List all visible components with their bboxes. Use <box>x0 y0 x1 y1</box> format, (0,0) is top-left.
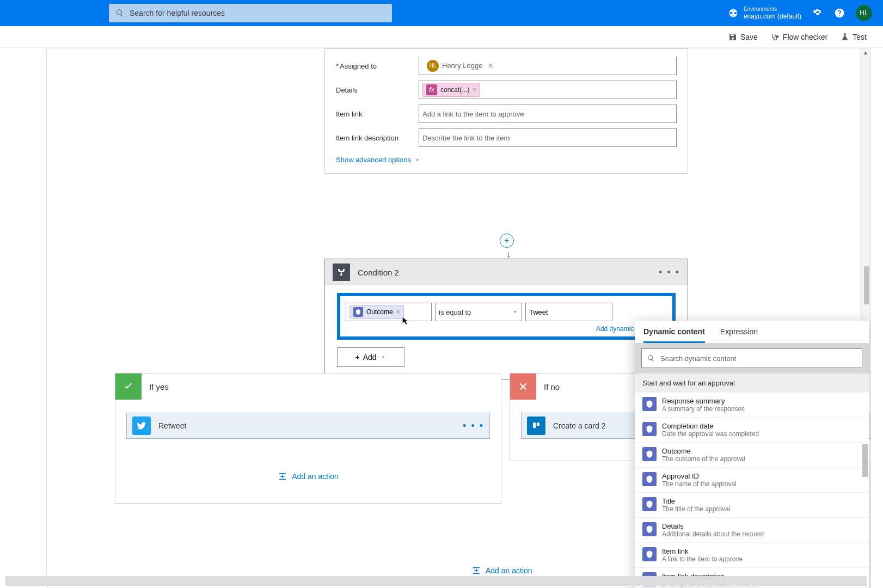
approval-token-icon <box>642 522 657 536</box>
flask-icon <box>841 33 849 41</box>
search-icon <box>115 9 124 17</box>
approval-card: *Assigned to HL Henry Legge × Details fx… <box>324 48 688 174</box>
itemdesc-label: Item link description <box>336 134 419 142</box>
no-title: If no <box>544 382 560 391</box>
yes-title: If yes <box>149 382 169 391</box>
action-toolbar: Save Flow checker Test <box>0 26 883 48</box>
stethoscope-icon <box>771 33 780 41</box>
details-field[interactable]: fx concat(...) × <box>419 81 677 99</box>
assigned-to-label: *Assigned to <box>336 62 419 70</box>
remove-chip-icon[interactable]: × <box>488 61 493 71</box>
dynamic-item[interactable]: Approval ID The name of the approval <box>635 468 869 493</box>
add-action-center[interactable]: Add an action <box>471 566 532 575</box>
itemlink-label: Item link <box>336 110 419 118</box>
expression-chip[interactable]: fx concat(...) × <box>422 83 480 97</box>
env-label: Environments <box>744 6 801 13</box>
scroll-thumb[interactable] <box>864 266 869 304</box>
if-yes-branch: If yes Retweet • • • Add an action <box>115 373 501 504</box>
env-name: enayu.com (default) <box>744 13 801 20</box>
itemdesc-field[interactable]: Describe the link to the item <box>419 128 677 147</box>
dynamic-item[interactable]: Response summary A summary of the respon… <box>635 393 869 418</box>
show-advanced-link[interactable]: Show advanced options <box>336 156 421 164</box>
user-avatar[interactable]: HL <box>856 5 872 21</box>
flow-canvas: ▲ *Assigned to HL Henry Legge × Details … <box>46 48 871 588</box>
app-header: Search for helpful resources Environment… <box>0 0 883 26</box>
cursor-icon <box>401 317 410 326</box>
add-action-icon <box>471 566 481 575</box>
add-dynamic-content-link[interactable]: Add dynamic content ▸ <box>346 324 667 333</box>
action-more-icon[interactable]: • • • <box>463 420 484 432</box>
twitter-icon <box>132 416 151 435</box>
condition-right-field[interactable]: Tweet <box>525 303 612 321</box>
approval-token-icon <box>642 497 657 511</box>
add-action-yes[interactable]: Add an action <box>126 471 490 481</box>
condition-left-field[interactable]: Outcome × <box>346 303 432 321</box>
search-icon <box>647 354 655 362</box>
retweet-action[interactable]: Retweet • • • <box>126 413 490 439</box>
dynamic-item[interactable]: Outcome The outcome of the approval <box>635 443 869 468</box>
approval-token-icon <box>353 307 363 317</box>
remove-fx-icon[interactable]: × <box>473 86 476 94</box>
dynamic-content-panel: Dynamic content Expression Search dynami… <box>635 321 869 588</box>
details-label: Details <box>336 86 419 94</box>
help-icon[interactable] <box>834 8 845 19</box>
chip-avatar-icon: HL <box>427 60 439 72</box>
chevron-down-icon <box>512 309 518 315</box>
dynamic-item[interactable]: Details Additional details about the req… <box>635 518 869 543</box>
approval-token-icon <box>642 472 657 486</box>
flow-checker-button[interactable]: Flow checker <box>771 33 827 41</box>
dynamic-search-input[interactable]: Search dynamic content <box>641 348 862 368</box>
chevron-down-icon <box>380 354 387 360</box>
plus-icon: + <box>355 353 359 362</box>
save-button[interactable]: Save <box>728 33 758 41</box>
environment-picker[interactable]: Environments enayu.com (default) <box>728 6 801 20</box>
dynamic-list: Response summary A summary of the respon… <box>635 393 869 588</box>
condition-header[interactable]: Condition 2 • • • <box>325 259 688 285</box>
fx-icon: fx <box>426 84 437 95</box>
insert-step-button[interactable]: + <box>500 234 514 248</box>
condition-rule-box: Outcome × is equal to Tweet Add dynamic … <box>337 293 676 340</box>
globe-icon <box>728 8 738 18</box>
settings-icon[interactable] <box>812 8 823 19</box>
trello-title: Create a card 2 <box>553 421 606 430</box>
add-action-icon <box>278 471 287 481</box>
assigned-to-field[interactable]: HL Henry Legge × <box>419 57 677 75</box>
yes-badge-icon <box>115 373 142 400</box>
dynamic-section-header: Start and wait for an approval <box>635 373 869 393</box>
search-placeholder: Search for helpful resources <box>130 9 225 17</box>
condition-card: Condition 2 • • • Outcome × is equal to <box>324 259 688 379</box>
dynamic-item[interactable]: Title The title of the approval <box>635 493 869 518</box>
approval-token-icon <box>642 422 657 436</box>
popout-scroll-thumb[interactable] <box>862 444 868 477</box>
condition-icon <box>333 264 350 281</box>
condition-operator-dropdown[interactable]: is equal to <box>435 303 522 321</box>
tab-expression[interactable]: Expression <box>720 327 758 343</box>
condition-title: Condition 2 <box>358 268 399 277</box>
add-condition-button[interactable]: + Add <box>337 347 404 367</box>
remove-outcome-icon[interactable]: × <box>396 308 400 316</box>
dynamic-item[interactable]: Completion date Date the approval was co… <box>635 418 869 443</box>
condition-more-icon[interactable]: • • • <box>659 267 680 278</box>
itemlink-field[interactable]: Add a link to the item to approve <box>419 105 677 123</box>
retweet-title: Retweet <box>158 421 186 430</box>
user-chip[interactable]: HL Henry Legge × <box>422 58 498 74</box>
save-icon <box>728 33 737 41</box>
approval-token-icon <box>642 447 657 461</box>
no-badge-icon <box>510 373 536 400</box>
svg-rect-3 <box>537 422 539 426</box>
tab-dynamic-content[interactable]: Dynamic content <box>643 327 705 343</box>
svg-rect-0 <box>341 272 342 274</box>
approval-token-icon <box>642 547 657 561</box>
svg-rect-2 <box>533 422 536 428</box>
global-search[interactable]: Search for helpful resources <box>109 4 392 22</box>
chevron-down-icon <box>414 157 421 163</box>
test-button[interactable]: Test <box>841 33 867 41</box>
scroll-up-icon[interactable]: ▲ <box>863 50 868 56</box>
page-horizontal-scrollbar[interactable] <box>5 576 867 586</box>
outcome-chip[interactable]: Outcome × <box>349 305 404 319</box>
approval-token-icon <box>642 397 657 411</box>
trello-icon <box>527 416 545 435</box>
dynamic-item[interactable]: Item link A link to the item to approve <box>635 543 869 568</box>
